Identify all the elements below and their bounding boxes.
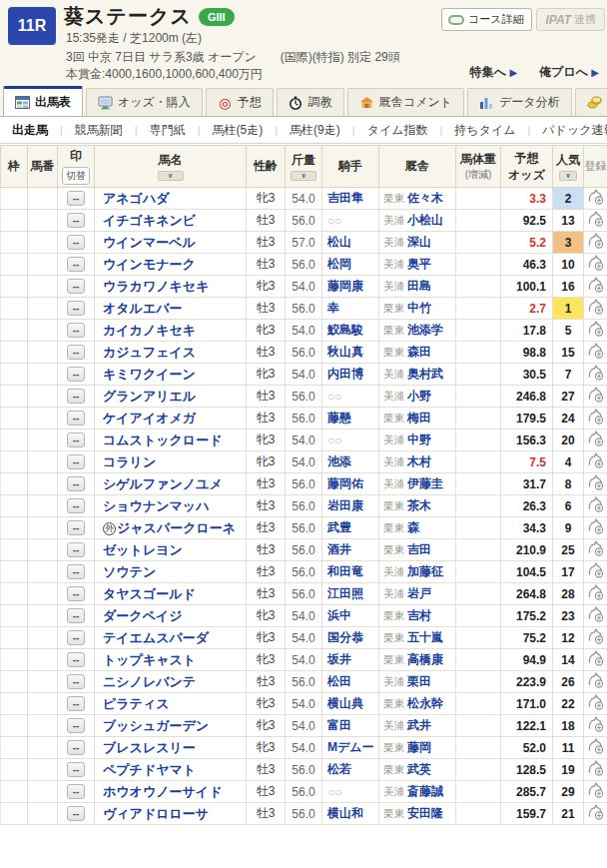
trainer-link[interactable]: 中竹 xyxy=(407,301,431,315)
jockey-link[interactable]: 内田博 xyxy=(327,367,363,381)
mark-button[interactable]: -- xyxy=(67,301,86,316)
mark-button[interactable]: -- xyxy=(67,674,86,689)
jockey-link[interactable]: 岩田康 xyxy=(327,498,363,512)
horse-register-icon[interactable] xyxy=(587,606,604,622)
main-tab-厩舎コメント[interactable]: 厩舎コメント xyxy=(347,88,464,116)
mark-button[interactable]: -- xyxy=(67,520,86,535)
sort-chevron-icon[interactable]: ∨ xyxy=(559,171,577,181)
horse-register-icon[interactable] xyxy=(587,672,604,688)
horse-register-icon[interactable] xyxy=(587,387,604,403)
horse-register-icon[interactable] xyxy=(587,365,604,381)
horse-name-link[interactable]: タヤスゴールド xyxy=(103,586,196,601)
mark-button[interactable]: -- xyxy=(67,564,86,579)
horse-register-icon[interactable] xyxy=(587,584,604,600)
trainer-link[interactable]: 森田 xyxy=(407,345,431,359)
horse-name-link[interactable]: シゲルファンノユメ xyxy=(103,476,223,491)
horse-name-link[interactable]: ウインマーベル xyxy=(103,235,196,250)
orepro-link[interactable]: 俺プロへ ▶ xyxy=(539,64,599,81)
jockey-link[interactable]: 和田竜 xyxy=(327,564,363,578)
horse-name-link[interactable]: ホウオウノーサイド xyxy=(103,784,222,799)
trainer-link[interactable]: 梅田 xyxy=(407,411,431,425)
horse-register-icon[interactable] xyxy=(587,431,604,446)
mark-button[interactable]: -- xyxy=(67,235,86,250)
trainer-link[interactable]: 小桧山 xyxy=(407,213,443,227)
main-tab-オッズ・購入[interactable]: オッズ・購入 xyxy=(86,88,203,116)
horse-register-icon[interactable] xyxy=(587,540,604,556)
sub-tab-タイム指数[interactable]: タイム指数 xyxy=(355,117,440,144)
trainer-link[interactable]: 藤岡 xyxy=(407,740,431,754)
horse-name-link[interactable]: ショウナンマッハ xyxy=(103,498,209,513)
trainer-link[interactable]: 加藤征 xyxy=(407,564,443,578)
trainer-link[interactable]: 五十嵐 xyxy=(407,630,443,644)
horse-register-icon[interactable] xyxy=(587,716,604,732)
horse-name-link[interactable]: グランアリエル xyxy=(103,389,196,404)
trainer-link[interactable]: 佐々木 xyxy=(407,191,443,205)
mark-button[interactable]: -- xyxy=(67,433,86,447)
horse-register-icon[interactable] xyxy=(587,343,604,359)
horse-name-link[interactable]: ブレスレスリー xyxy=(103,740,196,755)
mark-button[interactable]: -- xyxy=(67,740,86,755)
horse-name-link[interactable]: キミワクイーン xyxy=(103,367,196,382)
mark-button[interactable]: -- xyxy=(67,454,86,469)
horse-name-link[interactable]: テイエムスパーダ xyxy=(103,630,209,645)
sort-chevron-icon[interactable]: ∨ xyxy=(158,171,184,181)
horse-register-icon[interactable] xyxy=(587,211,604,227)
jockey-link[interactable]: 幸 xyxy=(327,301,339,315)
horse-name-link[interactable]: ケイアイオメガ xyxy=(103,411,196,426)
mark-button[interactable]: -- xyxy=(67,498,86,513)
main-tab-予想[interactable]: ◎ 予想 xyxy=(206,88,274,116)
horse-name-link[interactable]: ソウテン xyxy=(103,564,156,579)
horse-name-link[interactable]: コムストックロード xyxy=(103,433,222,447)
horse-name-link[interactable]: カイカノキセキ xyxy=(103,323,196,338)
horse-name-link[interactable]: ダークペイジ xyxy=(103,608,183,623)
jockey-link[interactable]: 富田 xyxy=(327,718,351,732)
sub-tab-馬柱(5走)[interactable]: 馬柱(5走) xyxy=(201,117,276,144)
mark-button[interactable]: -- xyxy=(67,191,86,206)
horse-name-link[interactable]: カジュフェイス xyxy=(103,345,196,360)
horse-register-icon[interactable] xyxy=(587,233,604,249)
trainer-link[interactable]: 茶木 xyxy=(407,498,431,512)
jockey-link[interactable]: ○○ xyxy=(327,434,342,447)
main-tab-出馬表[interactable]: 出馬表 xyxy=(3,86,83,117)
trainer-link[interactable]: 奥村武 xyxy=(407,367,443,381)
special-feature-link[interactable]: 特集へ ▶ xyxy=(470,64,517,81)
horse-name-link[interactable]: ブッシュガーデン xyxy=(103,718,209,733)
sub-tab-パドック速報[interactable]: パドック速報 xyxy=(530,117,607,144)
jockey-link[interactable]: 国分恭 xyxy=(327,630,363,644)
horse-name-link[interactable]: ニシノレバンテ xyxy=(103,674,196,689)
horse-name-link[interactable]: ヴィアドロローサ xyxy=(103,806,209,821)
horse-register-icon[interactable] xyxy=(587,255,604,271)
jockey-link[interactable]: ○○ xyxy=(327,390,342,404)
horse-register-icon[interactable] xyxy=(587,474,604,490)
trainer-link[interactable]: 安田隆 xyxy=(407,806,443,820)
horse-name-link[interactable]: ピラティス xyxy=(103,696,170,711)
trainer-link[interactable]: 田島 xyxy=(407,279,431,293)
horse-register-icon[interactable] xyxy=(587,562,604,578)
trainer-link[interactable]: 吉田 xyxy=(407,542,431,556)
horse-register-icon[interactable] xyxy=(587,628,604,644)
mark-button[interactable]: -- xyxy=(67,279,86,294)
mark-button[interactable]: -- xyxy=(67,608,86,623)
horse-register-icon[interactable] xyxy=(587,694,604,710)
jockey-link[interactable]: 藤岡佑 xyxy=(327,476,363,490)
sort-chevron-icon[interactable]: ∨ xyxy=(291,171,316,181)
trainer-link[interactable]: 武井 xyxy=(407,718,431,732)
trainer-link[interactable]: 奥平 xyxy=(407,257,431,271)
mark-button[interactable]: -- xyxy=(67,630,86,645)
jockey-link[interactable]: ○○ xyxy=(327,214,342,228)
trainer-link[interactable]: 松永幹 xyxy=(407,696,443,710)
mark-button[interactable]: -- xyxy=(67,213,86,228)
horse-register-icon[interactable] xyxy=(587,518,604,534)
main-tab-結果・払戻[interactable]: 結果・払戻 xyxy=(575,88,607,116)
horse-register-icon[interactable] xyxy=(587,189,604,205)
trainer-link[interactable]: 武英 xyxy=(407,762,431,776)
horse-register-icon[interactable] xyxy=(587,299,604,315)
jockey-link[interactable]: 藤岡康 xyxy=(327,279,363,293)
sub-tab-専門紙[interactable]: 専門紙 xyxy=(138,117,198,144)
jockey-link[interactable]: 坂井 xyxy=(327,652,351,666)
mark-button[interactable]: -- xyxy=(67,806,86,821)
trainer-link[interactable]: 池添学 xyxy=(407,323,443,337)
horse-name-link[interactable]: コラリン xyxy=(103,454,156,469)
sub-tab-持ちタイム[interactable]: 持ちタイム xyxy=(442,117,527,144)
mark-toggle-button[interactable]: 切替 xyxy=(62,167,90,185)
